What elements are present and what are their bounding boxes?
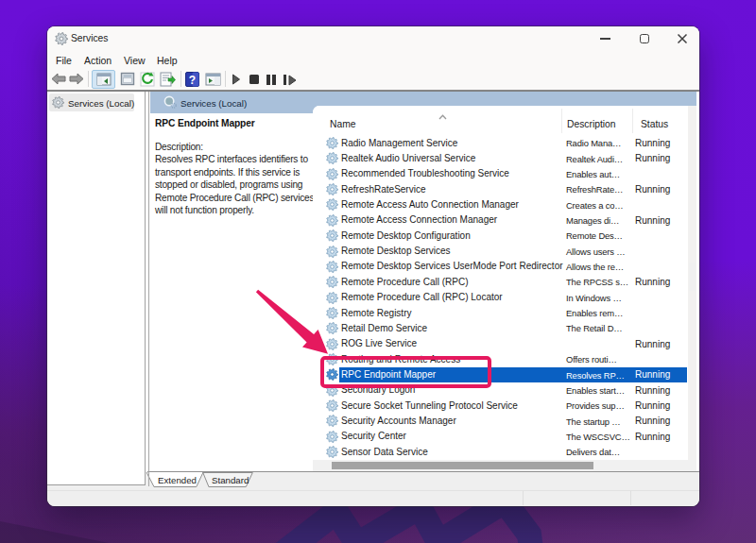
svg-text:?: ? <box>189 74 196 87</box>
